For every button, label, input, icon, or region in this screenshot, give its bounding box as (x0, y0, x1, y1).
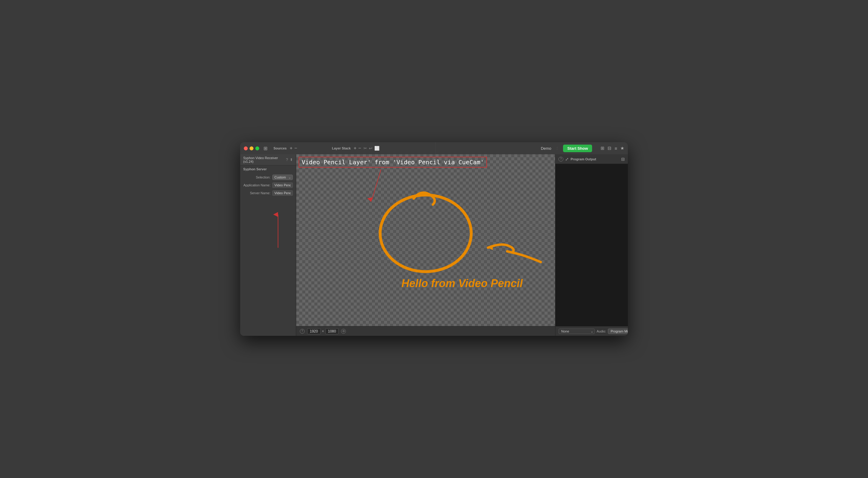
settings-icon[interactable]: ⚙ (341, 329, 346, 334)
audio-select-wrapper: Program Mix (608, 329, 628, 334)
width-display: 1920 (307, 328, 321, 334)
main-window: ⊞ Sources + − Layer Stack + − ✂ ↩ ⬜ Demo… (240, 142, 628, 336)
export-icon[interactable]: ⬆ (290, 158, 293, 162)
sources-label: Sources (274, 146, 286, 150)
layer-stack-add-button[interactable]: + (354, 145, 356, 151)
selection-select[interactable]: Custom (272, 175, 293, 180)
video-preview: Video Pencil Layer' from 'Video Pencil v… (296, 154, 555, 326)
star-icon[interactable]: ★ (620, 145, 624, 151)
program-help-icon[interactable]: ? (558, 157, 563, 162)
audio-label: Audio: (597, 330, 606, 333)
video-bottom-bar: ? 1920 × 1080 ⚙ (296, 326, 555, 336)
layout-icon[interactable]: ⊟ (608, 145, 612, 151)
resolution-display: 1920 × 1080 (307, 328, 339, 334)
selection-row: Selection: Custom (243, 175, 293, 180)
times-symbol: × (322, 329, 324, 333)
fullscreen-button[interactable] (255, 146, 259, 150)
panel-body: Selection: Custom Application Name: Serv… (240, 172, 296, 198)
titlebar-right-icons: ⊞ ⊟ ≡ ★ (600, 145, 624, 151)
content-area: Syphon Video Receiver (v1.24) ? ⬆ Syphon… (240, 154, 628, 336)
panel-header: Syphon Video Receiver (v1.24) ? ⬆ (240, 154, 296, 166)
app-name-input[interactable] (272, 182, 293, 188)
svg-point-4 (380, 195, 471, 272)
server-name-input[interactable] (272, 190, 293, 196)
audio-select[interactable]: Program Mix (608, 329, 628, 334)
film-icon[interactable]: ⬜ (374, 146, 379, 151)
close-button[interactable] (244, 146, 248, 150)
selection-label: Selection: (243, 175, 271, 179)
app-name-label: Application Name: (243, 183, 271, 187)
annotation-arrow-panel (274, 211, 283, 248)
title-separator: ⋮ (555, 146, 559, 150)
list-view-icon[interactable]: ≡ (615, 146, 617, 151)
left-panel: Syphon Video Receiver (v1.24) ? ⬆ Syphon… (240, 154, 296, 336)
start-show-button[interactable]: Start Show (563, 145, 592, 152)
titlebar: ⊞ Sources + − Layer Stack + − ✂ ↩ ⬜ Demo… (240, 142, 628, 154)
titlebar-controls: Start Show (563, 145, 592, 152)
layer-stack-remove-button[interactable]: − (358, 145, 361, 151)
layer-stack-label: Layer Stack (332, 146, 351, 150)
main-area: Video Pencil Layer' from 'Video Pencil v… (296, 154, 555, 336)
none-select-wrapper: None (558, 329, 595, 334)
panel-section-title: Syphon Server (240, 166, 296, 172)
server-name-label: Server Name: (243, 191, 271, 195)
help-icon[interactable]: ? (286, 158, 288, 162)
selection-select-wrapper: Custom (272, 175, 293, 180)
sources-add-remove: + − (289, 145, 297, 151)
hello-text: Hello from Video Pencil (401, 277, 523, 290)
sidebar-toggle-icon[interactable]: ⊞ (264, 145, 268, 151)
window-title: Demo (541, 146, 552, 151)
app-name-row: Application Name: (243, 182, 293, 188)
panel-header-icons: ? ⬆ (286, 158, 293, 162)
program-collapse-icon[interactable]: ⊟ (621, 157, 625, 162)
sources-remove-button[interactable]: − (294, 145, 297, 151)
program-output: ? ⤢ Program Output ⊟ None Audio: Program… (555, 154, 628, 336)
cut-icon[interactable]: ✂ (364, 146, 367, 151)
height-display: 1080 (325, 328, 339, 334)
program-output-label: Program Output (570, 157, 596, 161)
back-icon[interactable]: ↩ (369, 146, 373, 151)
program-bottom-bar: None Audio: Program Mix ⓘ (555, 326, 628, 336)
grid-view-icon[interactable]: ⊞ (600, 145, 604, 151)
minimize-button[interactable] (250, 146, 253, 150)
server-name-row: Server Name: (243, 190, 293, 196)
traffic-lights (244, 146, 259, 150)
annotation-title-box: Video Pencil Layer' from 'Video Pencil v… (299, 157, 487, 168)
program-output-header: ? ⤢ Program Output ⊟ (555, 154, 628, 164)
none-select[interactable]: None (558, 329, 595, 334)
expand-icon[interactable]: ⤢ (565, 157, 569, 162)
layer-stack-add-remove: + − (354, 145, 361, 151)
panel-title: Syphon Video Receiver (v1.24) (243, 156, 286, 163)
help-icon-bottom[interactable]: ? (300, 329, 305, 334)
sources-add-button[interactable]: + (289, 145, 292, 151)
program-output-content (555, 164, 628, 326)
annotation-title-text: Video Pencil Layer' from 'Video Pencil v… (302, 159, 484, 166)
